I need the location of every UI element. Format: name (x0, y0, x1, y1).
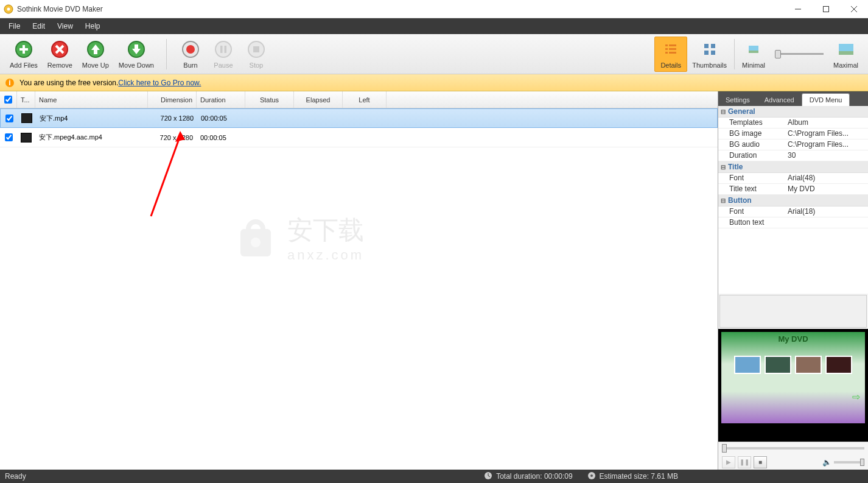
column-duration[interactable]: Duration (197, 91, 245, 108)
section-general[interactable]: General (718, 106, 868, 118)
svg-rect-32 (749, 51, 758, 53)
menu-edit[interactable]: Edit (26, 19, 51, 33)
arrow-up-icon (86, 40, 105, 59)
thumbnails-view-button[interactable]: Thumbnails (687, 37, 732, 71)
svg-point-15 (186, 45, 195, 54)
svg-rect-24 (669, 48, 676, 50)
titlebar: Sothink Movie DVD Maker (0, 0, 868, 18)
table-row[interactable]: 安下.mpeg4.aac.mp4720 x 128000:00:05 (0, 128, 718, 147)
player-controls: ▶ ❚❚ ■ 🔈 (718, 442, 868, 470)
volume-icon[interactable]: 🔈 (822, 458, 831, 467)
seek-bar[interactable] (718, 442, 868, 454)
move-up-button[interactable]: Move Up (77, 37, 114, 71)
table-row[interactable]: 安下.mp4720 x 128000:00:05 (0, 108, 718, 128)
svg-rect-34 (839, 51, 853, 55)
menu-file[interactable]: File (2, 19, 26, 33)
column-elapsed[interactable]: Elapsed (294, 91, 343, 108)
svg-rect-21 (665, 44, 668, 46)
prop-button-font[interactable]: FontArial(18) (718, 206, 868, 217)
player-stop-button[interactable]: ■ (754, 456, 767, 468)
column-checkbox[interactable] (0, 91, 17, 108)
pause-icon (214, 40, 233, 59)
svg-rect-22 (669, 44, 676, 46)
prop-bg-image[interactable]: BG imageC:\Program Files... (718, 129, 868, 139)
details-view-button[interactable]: Details (654, 37, 687, 72)
file-list-panel: T... Name Dimension Duration Status Elap… (0, 91, 718, 470)
stop-button[interactable]: Stop (240, 37, 273, 71)
prop-title-font[interactable]: FontArial(48) (718, 173, 868, 184)
statusbar: Ready Total duration: 00:00:09 Estimated… (0, 470, 868, 483)
minimal-view-button[interactable]: Minimal (737, 37, 770, 71)
section-title[interactable]: Title (718, 161, 868, 173)
pause-button[interactable]: Pause (207, 37, 240, 71)
status-estimated-size: Estimated size: 7.61 MB (587, 471, 678, 482)
tab-settings[interactable]: Settings (718, 94, 757, 106)
svg-rect-17 (220, 46, 223, 53)
prop-button-text[interactable]: Button text (718, 217, 868, 228)
app-icon (4, 4, 13, 14)
section-button[interactable]: Button (718, 195, 868, 206)
thumbnails-icon (700, 40, 719, 59)
window-controls (784, 0, 868, 18)
arrow-down-icon (127, 40, 146, 59)
prop-duration[interactable]: Duration30 (718, 150, 868, 161)
record-icon (181, 40, 200, 59)
file-name: 安下.mp4 (36, 114, 149, 123)
column-left[interactable]: Left (343, 91, 387, 108)
prop-title-text[interactable]: Title textMy DVD (718, 184, 868, 195)
disc-icon (587, 471, 596, 482)
image-large-icon (836, 40, 856, 59)
maximize-button[interactable] (812, 0, 840, 18)
minimize-button[interactable] (784, 0, 812, 18)
svg-rect-27 (704, 44, 709, 48)
column-name[interactable]: Name (35, 91, 148, 108)
table-header: T... Name Dimension Duration Status Elap… (0, 91, 718, 108)
move-down-button[interactable]: Move Down (114, 37, 159, 71)
clock-icon (484, 471, 492, 482)
property-grid[interactable]: General TemplatesAlbum BG imageC:\Progra… (718, 106, 868, 294)
file-duration: 00:00:05 (197, 134, 245, 141)
tab-advanced[interactable]: Advanced (757, 94, 802, 106)
player-pause-button[interactable]: ❚❚ (738, 456, 751, 468)
menu-help[interactable]: Help (79, 19, 107, 33)
property-description (719, 295, 867, 328)
preview-next-icon: ⇨ (852, 391, 860, 403)
svg-rect-23 (665, 48, 668, 50)
prop-templates[interactable]: TemplatesAlbum (718, 118, 868, 129)
column-dimension[interactable]: Dimension (148, 91, 197, 108)
thumbnail-size-slider[interactable] (775, 53, 824, 55)
svg-rect-26 (669, 52, 676, 54)
main-area: T... Name Dimension Duration Status Elap… (0, 91, 868, 470)
svg-rect-28 (711, 44, 715, 48)
svg-rect-30 (711, 51, 715, 55)
preview-title: My DVD (778, 334, 808, 344)
right-panel: Settings Advanced DVD Menu General Templ… (718, 91, 868, 470)
svg-rect-3 (824, 6, 829, 12)
image-small-icon (744, 40, 763, 59)
go-pro-link[interactable]: Click here to Go Pro now. (118, 79, 201, 87)
burn-button[interactable]: Burn (174, 37, 207, 71)
column-type[interactable]: T... (17, 91, 35, 108)
row-checkbox[interactable] (5, 115, 13, 122)
remove-button[interactable]: Remove (43, 37, 77, 71)
menu-view[interactable]: View (51, 19, 79, 33)
table-body[interactable]: 安下.mp4720 x 128000:00:05安下.mpeg4.aac.mp4… (0, 108, 718, 470)
tab-dvd-menu[interactable]: DVD Menu (802, 93, 850, 106)
svg-rect-29 (704, 51, 709, 55)
close-button[interactable] (840, 0, 868, 18)
file-thumbnail-icon (21, 113, 32, 123)
row-checkbox[interactable] (5, 133, 13, 141)
player-play-button[interactable]: ▶ (722, 456, 735, 468)
svg-rect-20 (253, 46, 259, 52)
plus-icon (14, 40, 33, 59)
toolbar: Add Files Remove Move Up Move Down Burn … (0, 34, 868, 74)
toolbar-separator (734, 39, 735, 69)
maximal-view-button[interactable]: Maximal (828, 37, 863, 71)
file-dimension: 720 x 1280 (148, 134, 197, 141)
volume-slider[interactable] (834, 461, 864, 464)
stop-icon (247, 40, 266, 59)
file-name: 安下.mpeg4.aac.mp4 (35, 133, 148, 142)
column-status[interactable]: Status (245, 91, 294, 108)
add-files-button[interactable]: Add Files (5, 37, 43, 71)
prop-bg-audio[interactable]: BG audioC:\Program Files... (718, 139, 868, 150)
